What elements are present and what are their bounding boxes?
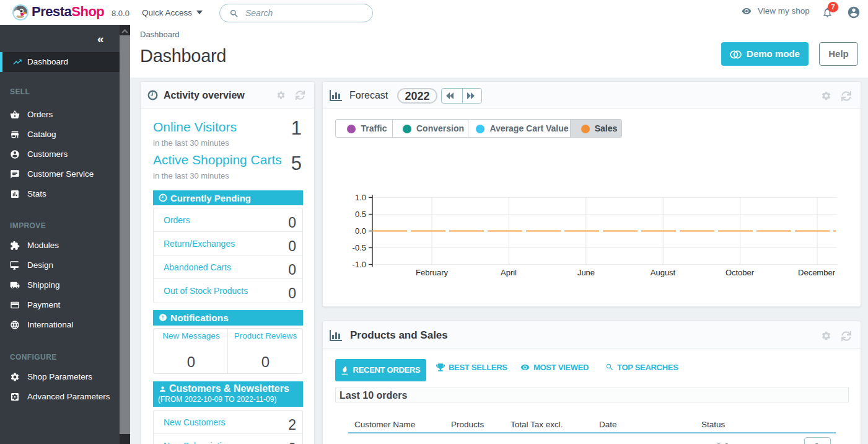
svg-text:October: October (726, 268, 755, 277)
svg-text:February: February (416, 268, 449, 277)
svg-text:June: June (577, 268, 595, 277)
svg-text:December: December (798, 268, 836, 277)
svg-text:0.5: 0.5 (355, 210, 366, 219)
svg-text:-1.0: -1.0 (353, 260, 366, 269)
svg-text:1.0: 1.0 (355, 193, 366, 202)
svg-text:0.0: 0.0 (355, 226, 366, 236)
svg-text:April: April (501, 268, 517, 277)
svg-text:-0.5: -0.5 (353, 243, 366, 252)
svg-text:August: August (651, 268, 676, 277)
